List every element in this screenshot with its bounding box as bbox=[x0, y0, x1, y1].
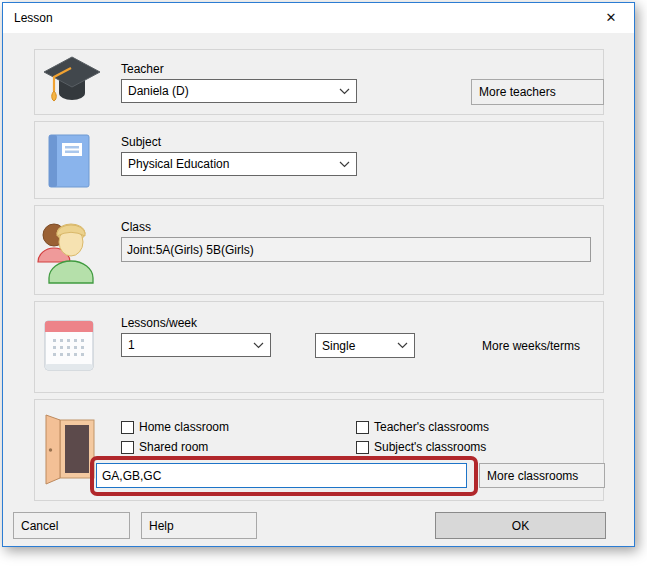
shared-room-checkbox[interactable] bbox=[121, 441, 134, 454]
class-value-field: Joint:5A(Girls) 5B(Girls) bbox=[121, 237, 591, 262]
book-icon bbox=[46, 134, 90, 188]
subject-select[interactable]: Physical Education bbox=[121, 152, 357, 176]
shared-room-label: Shared room bbox=[139, 440, 208, 454]
rooms-section: Home classroom Shared room Teacher's cla… bbox=[34, 399, 604, 501]
lessons-per-week-label: Lessons/week bbox=[121, 316, 197, 330]
students-icon bbox=[36, 220, 94, 284]
chevron-down-icon bbox=[339, 161, 350, 168]
calendar-icon bbox=[44, 318, 94, 373]
chevron-down-icon bbox=[253, 342, 264, 349]
teachers-classrooms-option: Teacher's classrooms bbox=[356, 420, 489, 434]
chevron-down-icon bbox=[339, 88, 350, 95]
teacher-section: Teacher Daniela (D) More teachers bbox=[34, 49, 604, 115]
lesson-duration-value: Single bbox=[322, 339, 397, 353]
subjects-classrooms-option: Subject's classrooms bbox=[356, 440, 486, 454]
more-classrooms-button[interactable]: More classrooms bbox=[479, 463, 605, 488]
subject-selected-value: Physical Education bbox=[128, 157, 339, 171]
teacher-label: Teacher bbox=[121, 62, 164, 76]
home-classroom-option: Home classroom bbox=[121, 420, 229, 434]
cancel-button[interactable]: Cancel bbox=[13, 512, 130, 539]
home-classroom-checkbox[interactable] bbox=[121, 421, 134, 434]
help-button[interactable]: Help bbox=[141, 512, 257, 539]
lessons-section: Lessons/week 1 Single More weeks/terms bbox=[34, 301, 604, 393]
dialog-title: Lesson bbox=[14, 11, 53, 25]
subject-label: Subject bbox=[121, 135, 161, 149]
subject-section: Subject Physical Education bbox=[34, 121, 604, 199]
lessons-count-select[interactable]: 1 bbox=[121, 333, 271, 357]
teacher-select[interactable]: Daniela (D) bbox=[121, 79, 357, 103]
teacher-selected-value: Daniela (D) bbox=[128, 84, 339, 98]
class-section: Class Joint:5A(Girls) 5B(Girls) bbox=[34, 205, 604, 295]
subjects-classrooms-checkbox[interactable] bbox=[356, 441, 369, 454]
lessons-count-value: 1 bbox=[128, 338, 253, 352]
graduation-cap-icon bbox=[42, 55, 102, 113]
class-label: Class bbox=[121, 220, 151, 234]
close-icon[interactable]: ✕ bbox=[594, 6, 628, 30]
lesson-dialog: Lesson ✕ Teacher Daniela (D) More teache… bbox=[2, 2, 635, 547]
chevron-down-icon bbox=[397, 342, 408, 349]
lesson-duration-select[interactable]: Single bbox=[315, 333, 415, 358]
classrooms-input[interactable]: GA,GB,GC bbox=[96, 463, 467, 488]
ok-button[interactable]: OK bbox=[435, 512, 606, 539]
door-icon bbox=[44, 414, 96, 486]
shared-room-option: Shared room bbox=[121, 440, 208, 454]
home-classroom-label: Home classroom bbox=[139, 420, 229, 434]
more-teachers-button[interactable]: More teachers bbox=[471, 79, 604, 105]
subjects-classrooms-label: Subject's classrooms bbox=[374, 440, 486, 454]
title-bar: Lesson ✕ bbox=[3, 3, 634, 33]
teachers-classrooms-label: Teacher's classrooms bbox=[374, 420, 489, 434]
more-weeks-terms-link[interactable]: More weeks/terms bbox=[482, 339, 580, 353]
teachers-classrooms-checkbox[interactable] bbox=[356, 421, 369, 434]
